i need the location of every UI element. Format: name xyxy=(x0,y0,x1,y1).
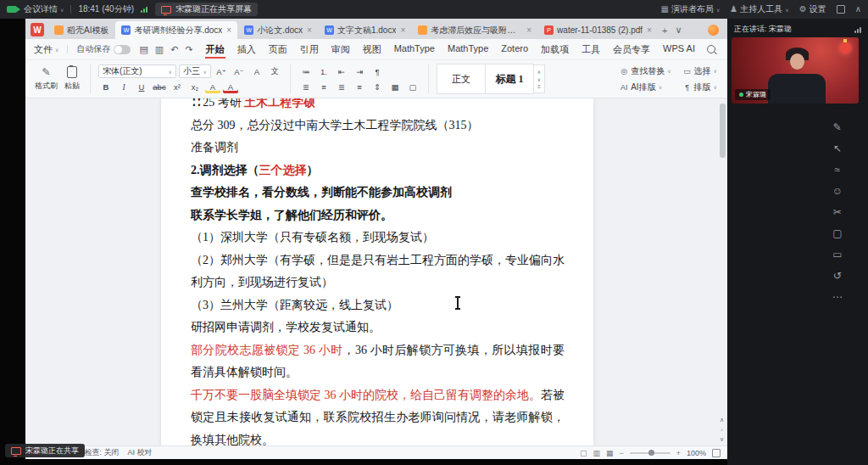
align-center-icon[interactable]: ≡ xyxy=(316,81,331,93)
paste-button[interactable]: 粘贴 xyxy=(62,64,82,93)
menu-tab-10[interactable]: 工具 xyxy=(581,41,601,59)
tab-1[interactable]: W考研调剂经验分享.docx× xyxy=(115,21,237,39)
fullscreen-icon[interactable] xyxy=(837,5,845,14)
paragraph[interactable]: 准备调剂 xyxy=(191,137,565,160)
read-mode-icon[interactable]: ▢ xyxy=(580,449,587,457)
shape-icon[interactable]: ▢ xyxy=(832,228,842,239)
shading-icon[interactable]: ▦ xyxy=(387,81,403,93)
zoom-slider-knob[interactable] xyxy=(648,450,654,456)
fit-page-icon[interactable] xyxy=(712,449,721,457)
settings-button[interactable]: ⚙ 设置 xyxy=(799,3,826,15)
borders-icon[interactable]: ▢ xyxy=(405,81,420,93)
layout-button[interactable]: ▦ 演讲者布局 ∨ xyxy=(660,3,720,15)
document-area[interactable]: ∷ 25 考研 土木工程学硕总分 309，总分没过中南大学土木工程学院院线（31… xyxy=(25,98,727,445)
style-heading1[interactable]: 标题 1 xyxy=(486,64,534,94)
font-size-select[interactable]: 小三 ∨ xyxy=(179,64,211,78)
bold-icon[interactable]: B xyxy=(98,81,114,93)
chevron-down-icon[interactable]: ∨ xyxy=(537,76,541,82)
paragraph[interactable]: 联系学长学姐，了解他们经历和评价。 xyxy=(191,204,565,227)
paragraph[interactable]: 总分 309，总分没过中南大学土木工程学院院线（315） xyxy=(191,115,565,137)
align-left-icon[interactable]: ≣ xyxy=(298,81,314,93)
sticker-icon[interactable]: ☺ xyxy=(832,186,843,197)
zoom-out-icon[interactable]: − xyxy=(619,449,623,457)
menu-tab-11[interactable]: 会员专享 xyxy=(612,41,651,59)
menu-tab-8[interactable]: Zotero xyxy=(500,41,529,59)
chevron-up-icon[interactable]: ∧ xyxy=(537,69,541,75)
more-tools-icon[interactable]: ⋯ xyxy=(832,292,843,303)
close-tab-icon[interactable]: × xyxy=(307,25,312,35)
vertical-scrollbar[interactable] xyxy=(719,100,726,417)
paragraph[interactable]: 查学校排名，看分数线，判断能不能参加高校调剂 xyxy=(191,182,565,204)
decrease-indent-icon[interactable]: ⇤ xyxy=(334,65,349,78)
menu-tab-4[interactable]: 审阅 xyxy=(331,41,351,59)
next-page-button[interactable]: ∨ xyxy=(720,436,724,443)
paragraph-marks-icon[interactable]: ¶ xyxy=(370,65,385,78)
increase-font-size-icon[interactable]: A⁺ xyxy=(214,65,229,78)
collapse-icon[interactable]: ∧ xyxy=(855,5,861,14)
toggle-switch-icon[interactable] xyxy=(114,45,131,54)
undo-icon[interactable]: ↺ xyxy=(833,271,842,282)
underline-icon[interactable]: U xyxy=(134,81,149,93)
menu-tab-9[interactable]: 加载项 xyxy=(540,41,570,59)
host-tools-button[interactable]: ♟ 主持人工具 ∨ xyxy=(730,3,788,15)
close-tab-icon[interactable]: × xyxy=(400,25,405,35)
select-button[interactable]: ▭选择∨ xyxy=(683,65,717,77)
page-view-icon[interactable]: ▥ xyxy=(593,449,600,457)
paragraph[interactable]: 部分院校志愿被锁定 36 小时，36 小时后解锁方可换填，所以填报时要看清具体解… xyxy=(191,339,565,384)
pen-icon[interactable]: ✎ xyxy=(833,122,842,133)
layout-button[interactable]: ¶排版∨ xyxy=(683,81,717,93)
meeting-details-button[interactable]: 会议详情 ∨ xyxy=(24,3,64,15)
strikethrough-icon[interactable]: abc xyxy=(152,81,167,93)
search-icon[interactable] xyxy=(707,45,715,53)
paragraph[interactable]: 千万不要一股脑全填锁定 36 小时的院校，给自己留有调整的余地。若被锁定且未接收… xyxy=(191,384,565,446)
tab-0[interactable]: 稻壳AI模板 xyxy=(48,21,114,39)
close-tab-icon[interactable]: × xyxy=(526,25,531,35)
highlight-color-icon[interactable]: A xyxy=(205,81,220,93)
style-normal[interactable]: 正文 xyxy=(437,64,486,94)
print-icon[interactable]: ▥ xyxy=(155,44,164,55)
menu-tab-0[interactable]: 开始 xyxy=(205,41,225,59)
tab-list-icon[interactable]: ∨ xyxy=(671,25,685,36)
save-icon[interactable]: ▤ xyxy=(139,44,147,55)
subscript-icon[interactable]: x₂ xyxy=(187,81,203,93)
file-menu-button[interactable]: 文件 ∨ xyxy=(34,43,58,56)
select-arrow-icon[interactable]: ↖ xyxy=(833,143,842,154)
find-replace-button[interactable]: ◎查找替换∨ xyxy=(620,65,670,77)
docer-entry-icon[interactable] xyxy=(708,25,719,36)
new-tab-button[interactable]: + xyxy=(659,25,670,36)
justify-icon[interactable]: ≡ xyxy=(352,81,367,93)
paragraph[interactable]: （1）深圳大学（只有专硕名额，到现场复试） xyxy=(191,227,565,249)
participant-video-tile[interactable]: 宋霖璐 xyxy=(732,37,859,104)
font-name-select[interactable]: 宋体(正文) ∨ xyxy=(98,64,176,78)
align-right-icon[interactable]: ≣ xyxy=(334,81,349,93)
numbered-list-icon[interactable]: 1. xyxy=(316,65,331,78)
paragraph[interactable]: （2）郑州大学（有学硕，但是是只有岩土工程方面的学硕，专业偏向水利方向，到现场进… xyxy=(191,249,565,294)
highlighter-icon[interactable]: ≈ xyxy=(835,165,841,176)
menu-tab-12[interactable]: WPS AI xyxy=(662,41,696,59)
wps-logo[interactable]: W xyxy=(31,23,44,36)
menu-tab-3[interactable]: 引用 xyxy=(299,41,320,59)
paragraph[interactable]: 研招网申请调剂，学校发复试通知。 xyxy=(191,317,565,339)
document-text[interactable]: ∷ 25 考研 土木工程学硕总分 309，总分没过中南大学土木工程学院院线（31… xyxy=(191,98,565,445)
close-tab-icon[interactable]: × xyxy=(647,25,652,35)
pinyin-guide-icon[interactable]: 文 xyxy=(267,65,282,78)
ai-proofread-button[interactable]: AI 校对 xyxy=(128,447,153,458)
format-painter-button[interactable]: ✎ 格式刷 xyxy=(32,64,60,93)
menu-tab-6[interactable]: MathType xyxy=(393,41,436,59)
zoom-slider[interactable] xyxy=(630,452,670,454)
line-spacing-icon[interactable]: ⇕ xyxy=(370,81,385,93)
eraser-icon[interactable]: ▭ xyxy=(832,249,842,261)
styles-more-icon[interactable]: ≡ xyxy=(537,84,541,89)
zoom-in-icon[interactable]: + xyxy=(676,449,681,457)
autosave-toggle[interactable]: 自动保存 xyxy=(76,43,131,55)
styles-scroll[interactable]: ∧ ∨ ≡ xyxy=(534,64,545,93)
decrease-font-size-icon[interactable]: A⁻ xyxy=(231,65,247,78)
web-view-icon[interactable]: ▦ xyxy=(606,449,614,457)
font-color-icon[interactable]: A xyxy=(223,81,238,93)
superscript-icon[interactable]: x² xyxy=(170,81,185,93)
menu-tab-7[interactable]: MathType xyxy=(447,41,489,59)
menu-tab-5[interactable]: 视图 xyxy=(362,41,382,59)
paragraph[interactable]: （3）兰州大学（距离较远，线上复试） xyxy=(191,294,565,317)
screenshot-icon[interactable]: ✂ xyxy=(833,207,842,218)
tab-3[interactable]: W文字文稿1.docx× xyxy=(319,21,411,39)
